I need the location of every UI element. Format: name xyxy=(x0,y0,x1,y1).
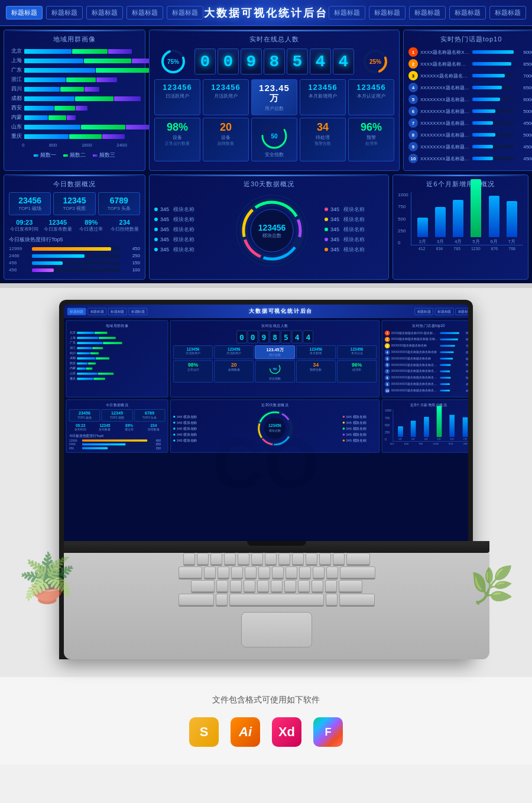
bar-type1 xyxy=(24,134,69,139)
svg-text:模块总数: 模块总数 xyxy=(269,429,281,432)
hotlist-item: 9 XXXXXXXX题名称题名称名称名称名称 4500 xyxy=(408,142,532,151)
hotlist-items: 1 XXXX题名称题名称XXX-题名称题名称题名称... 9000 2 XXXX… xyxy=(408,47,532,163)
nav-item-r3[interactable]: 标题标题 xyxy=(409,6,446,20)
hotlist-text: XXXXXXXX题名称题名称名称名称名称 xyxy=(420,108,470,115)
region-label: 重庆 xyxy=(9,132,22,140)
gauge-left: 75% xyxy=(159,47,187,76)
thirty-item-l2: 345 模块名称 xyxy=(154,216,219,224)
today-mid-2: 12345 今日发布数量 xyxy=(43,219,74,232)
thirty-item-r2: 345 模块名称 xyxy=(325,216,384,224)
bar-group xyxy=(24,125,158,129)
online-panel: 实时在线总人数 75% 0 0 9 8 5 4 xyxy=(149,30,400,171)
bar-group xyxy=(24,59,161,63)
thirty-list-right: 345 模块名称 345 模块名称 345 模块名称 xyxy=(325,206,384,256)
bar-type2 xyxy=(66,77,96,82)
region-legend: 频数一 频数二 频数三 xyxy=(9,151,140,159)
svg-point-23 xyxy=(259,412,291,445)
region-label: 西安 xyxy=(9,104,22,112)
key xyxy=(319,553,331,565)
svg-point-20 xyxy=(270,363,280,373)
hotlist-text: XXXXXXXX题名称题名称名称名称 xyxy=(420,85,470,91)
stat-new-monthly-value: 123456 xyxy=(303,83,342,92)
hotlist-bar xyxy=(472,157,514,160)
metric-safety-label: 安全指数 xyxy=(265,151,284,158)
hotlist-bar-fill xyxy=(472,145,493,148)
section-divider xyxy=(0,283,532,288)
thirty-item-r5: 345 模块名称 xyxy=(325,246,384,254)
hotlist-rank: 8 xyxy=(408,130,418,140)
bar-type1 xyxy=(24,49,72,54)
sixmonth-chart: 2月 3月 4月 5月 xyxy=(411,192,523,251)
hotlist-rank: 1 xyxy=(408,47,418,57)
nav-item-r5[interactable]: 标题标题 xyxy=(489,6,526,20)
nav-item-1[interactable]: 标题标题 xyxy=(6,6,43,20)
nav-item-5[interactable]: 标题标题 xyxy=(167,6,203,20)
bar-group xyxy=(24,115,140,120)
key xyxy=(179,594,214,606)
key xyxy=(216,580,228,592)
hotlist-bar-fill xyxy=(472,62,511,66)
metric-device-ok-sub: 正常运行数量 xyxy=(158,141,197,147)
region-label: 上海 xyxy=(9,57,22,64)
metrics-grid: 98% 设备 正常运行数量 20 设备 故障数量 50 安全指 xyxy=(154,118,394,161)
nav-item-r4[interactable]: 标题标题 xyxy=(449,6,486,20)
key xyxy=(298,580,310,592)
bar-type3 xyxy=(67,115,76,120)
key xyxy=(258,566,270,578)
hotlist-score: 6500 xyxy=(516,85,532,90)
nav-item-4[interactable]: 标题标题 xyxy=(126,6,163,20)
svg-point-25 xyxy=(259,412,291,445)
nav-item-r2[interactable]: 标题标题 xyxy=(369,6,406,20)
bar-yaxis: 1000 750 500 250 0 xyxy=(398,192,411,245)
svg-point-24 xyxy=(259,412,291,445)
bar-jun: 6月 xyxy=(489,196,499,245)
bar-feb: 2月 xyxy=(417,218,428,245)
sixmonth-chart-area: 1000 750 500 250 0 2月 3月 xyxy=(398,192,523,251)
bar-type2 xyxy=(69,134,102,139)
key xyxy=(271,580,283,592)
bar-type2 xyxy=(81,125,125,129)
nav-item-2[interactable]: 标题标题 xyxy=(46,6,83,20)
nav-item-3[interactable]: 标题标题 xyxy=(86,6,123,20)
hotlist-bar-fill xyxy=(472,157,493,160)
hotlist-bar-fill xyxy=(472,50,514,54)
key xyxy=(238,553,249,565)
main-grid: 地域用群画像 北京 上海 广东 浙江 四川 xyxy=(0,26,532,174)
hotlist-score: 4500 xyxy=(516,144,532,150)
sixmonth-title: 近6个月新增用户概况 xyxy=(398,180,523,189)
region-label: 四川 xyxy=(9,85,22,93)
metric-resolved-value: 96% xyxy=(352,121,391,134)
key xyxy=(231,566,243,578)
bar-type2 xyxy=(72,49,108,54)
nav-item-r1[interactable]: 标题标题 xyxy=(329,6,365,20)
svg-point-19 xyxy=(270,363,280,373)
bar-type1 xyxy=(24,115,48,120)
thirty-item-r3: 345 模块名称 xyxy=(325,226,384,234)
page-title: 大数据可视化统计后台 xyxy=(203,6,329,20)
bar-jul: 7月 xyxy=(507,201,517,245)
xd-icon: Xd xyxy=(272,717,301,747)
hotlist-score: 9000 xyxy=(516,50,532,55)
hotlist-bar xyxy=(472,121,514,125)
hotlist-text: XXXXXX题名称题名称名称 xyxy=(420,73,470,79)
online-panel-title: 实时在线总人数 xyxy=(154,35,394,44)
laptop-keyboard xyxy=(64,553,489,659)
region-panel-title: 地域用群画像 xyxy=(9,35,140,44)
metric-resolved: 96% 预警 处理率 xyxy=(348,118,394,161)
counter-digits: 0 0 9 8 5 4 4 xyxy=(194,48,354,75)
nav-left: 标题标题 标题标题 标题标题 标题标题 标题标题 xyxy=(6,6,203,20)
bar-group xyxy=(24,134,140,139)
header: 标题标题 标题标题 标题标题 标题标题 标题标题 大数据可视化统计后台 标题标题… xyxy=(0,0,532,26)
stat-verified-label: 本月认证用户 xyxy=(352,93,391,99)
metric-pending-sub: 预警告数 xyxy=(303,141,342,147)
key xyxy=(251,553,263,565)
stat-daily-label: 日活跃用户 xyxy=(158,93,197,99)
hotlist-rank: 5 xyxy=(408,95,418,104)
hotspot-row-2: 2466 250 xyxy=(9,253,140,258)
hotlist-item: 6 XXXXXXXX题名称题名称名称名称名称 5000 xyxy=(408,106,532,116)
stat-daily-value: 123456 xyxy=(158,83,197,92)
key xyxy=(339,594,375,606)
key xyxy=(326,594,338,606)
bar-type1 xyxy=(24,68,95,73)
laptop-section: 🪴 🌿 CO 标题标题 标题标题 标题标题 标题标题 大数据可视化统计后台 标题… xyxy=(0,288,532,677)
